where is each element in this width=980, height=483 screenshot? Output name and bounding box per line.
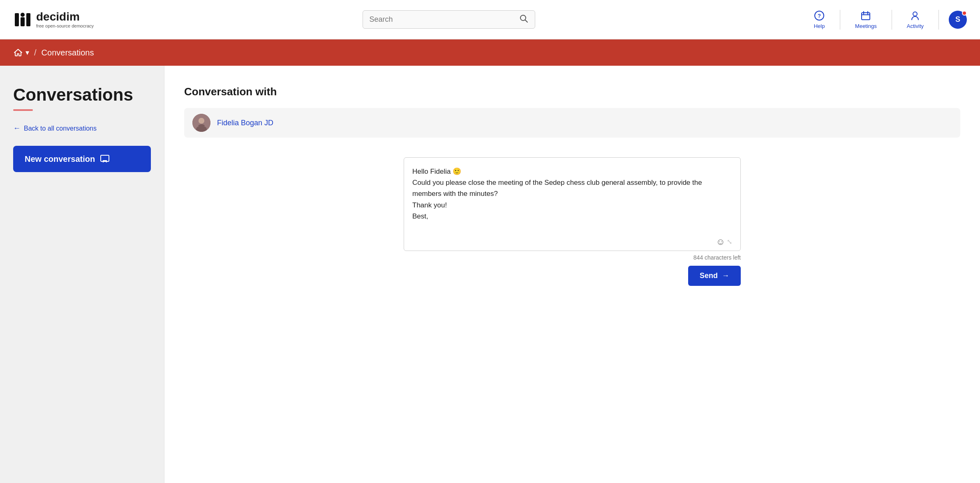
nav-meetings-label: Meetings [855,23,877,29]
search-input[interactable] [370,15,519,24]
resize-handle: ⤡ [727,239,732,245]
breadcrumb-home[interactable]: ▾ [13,48,29,58]
new-conversation-icon [100,154,110,164]
logo-sub: free open-source democracy [36,23,94,28]
user-avatar[interactable]: S [949,11,967,29]
svg-line-5 [525,20,527,23]
nav-divider-2 [892,10,892,30]
content-area: Conversation with Fidelia Bogan JD Hello… [164,66,980,483]
nav-meetings[interactable]: Meetings [844,10,888,29]
breadcrumb-current: Conversations [42,48,94,58]
breadcrumb-banner: ▾ / Conversations [0,39,980,66]
search-area [109,10,789,29]
breadcrumb-separator: / [34,48,37,58]
nav-help[interactable]: ? Help [802,10,837,29]
search-box[interactable] [363,10,535,29]
nav-help-label: Help [814,23,825,29]
notification-dot [962,11,967,16]
new-conversation-button[interactable]: New conversation [13,146,151,172]
new-conversation-label: New conversation [25,154,95,164]
svg-point-12 [913,12,917,16]
nav-activity-label: Activity [907,23,924,29]
logo-name: decidim [36,11,94,23]
back-link-label: Back to all conversations [24,125,97,132]
textarea-bottom: ☺ ⤡ [412,233,732,247]
logo-area: decidim free open-source democracy [13,10,95,30]
svg-rect-8 [862,13,870,20]
breadcrumb-chevron[interactable]: ▾ [25,48,29,57]
main-layout: Conversations ← Back to all conversation… [0,66,980,483]
recipient-avatar [192,114,210,132]
nav-divider-1 [840,10,840,30]
back-to-conversations-link[interactable]: ← Back to all conversations [13,124,151,133]
svg-text:?: ? [818,13,821,19]
svg-rect-1 [21,17,25,26]
compose-wrapper: Hello Fidelia 🙂 Could you please close t… [404,157,741,286]
recipient-row: Fidelia Bogan JD [184,108,960,138]
sidebar: Conversations ← Back to all conversation… [0,66,164,483]
char-count: 844 characters left [404,254,741,261]
nav-activity[interactable]: Activity [895,10,935,29]
search-icon [519,14,528,25]
svg-point-2 [21,13,25,17]
header: decidim free open-source democracy ? Hel… [0,0,980,39]
send-btn-row: Send → [404,266,741,286]
emoji-button[interactable]: ☺ [716,237,725,247]
sidebar-underline [13,109,33,111]
logo-text: decidim free open-source democracy [36,11,94,28]
nav-icons: ? Help Meetings Activity S [802,10,967,30]
nav-divider-3 [938,10,939,30]
message-textarea[interactable]: Hello Fidelia 🙂 Could you please close t… [412,166,732,232]
send-label: Send [700,271,718,280]
send-arrow-icon: → [722,271,729,280]
svg-rect-0 [15,13,19,26]
back-arrow-icon: ← [13,124,21,133]
conversation-with-title: Conversation with [184,85,960,98]
sidebar-title: Conversations [13,85,151,104]
svg-rect-3 [26,13,30,26]
decidim-logo-icon [13,10,33,30]
send-button[interactable]: Send → [688,266,741,286]
recipient-name-link[interactable]: Fidelia Bogan JD [217,119,273,127]
message-textarea-container: Hello Fidelia 🙂 Could you please close t… [404,157,741,251]
svg-point-17 [199,118,204,124]
